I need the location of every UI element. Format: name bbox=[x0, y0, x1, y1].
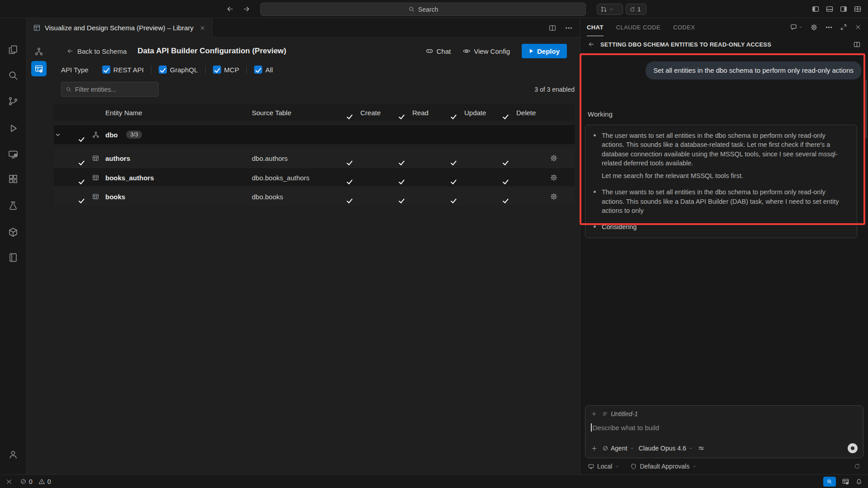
checkbox-graphql[interactable] bbox=[159, 66, 167, 74]
update-header: Update bbox=[464, 108, 486, 116]
more-actions-icon[interactable] bbox=[565, 24, 573, 32]
attach-icon[interactable] bbox=[591, 445, 598, 452]
layout-status-icon[interactable] bbox=[842, 478, 849, 485]
schema-group-row[interactable]: dbo 3/3 bbox=[54, 125, 575, 144]
enabled-summary: 3 of 3 enabled bbox=[534, 86, 575, 93]
remote-indicator-icon[interactable] bbox=[5, 478, 13, 485]
editor-tab-title: Visualize and Design Schema (Preview) – … bbox=[45, 24, 193, 32]
account-icon[interactable] bbox=[8, 449, 19, 460]
entity-name: authors bbox=[105, 155, 130, 162]
page-title: Data API Builder Configuration (Preview) bbox=[137, 47, 286, 56]
testing-icon[interactable] bbox=[8, 200, 19, 211]
pull-request-control[interactable] bbox=[597, 4, 623, 15]
row-settings-gear-icon[interactable] bbox=[550, 174, 558, 182]
table-row[interactable]: authors dbo.authors bbox=[54, 149, 575, 168]
checkbox-rest-api[interactable] bbox=[102, 66, 110, 74]
chat-close-icon[interactable] bbox=[854, 23, 862, 31]
chat-settings-gear-icon[interactable] bbox=[810, 23, 818, 31]
toggle-panel-icon[interactable] bbox=[826, 5, 834, 13]
divider bbox=[205, 66, 206, 74]
table-row[interactable]: books dbo.books bbox=[54, 187, 575, 206]
tab-claude-code[interactable]: CLAUDE CODE bbox=[616, 18, 660, 36]
copilot-icon bbox=[425, 47, 434, 55]
open-session-split-icon[interactable] bbox=[853, 41, 861, 48]
view-config-button[interactable]: View Config bbox=[462, 47, 510, 55]
target-picker[interactable]: Local bbox=[588, 463, 619, 470]
checkbox-all[interactable] bbox=[254, 66, 262, 74]
toggle-sidebar-right-icon[interactable] bbox=[840, 5, 848, 13]
checkbox-mcp[interactable] bbox=[213, 66, 221, 74]
chevron-down-icon[interactable] bbox=[54, 131, 62, 139]
chat-panel-header: CHAT CLAUDE CODE CODEX bbox=[580, 18, 868, 36]
editor-content: Back to Schema Data API Builder Configur… bbox=[27, 38, 580, 474]
command-center-search[interactable]: Search bbox=[260, 3, 586, 16]
session-refresh-icon[interactable] bbox=[854, 463, 861, 470]
chat-more-icon[interactable] bbox=[825, 23, 833, 31]
deploy-play-icon bbox=[529, 47, 534, 55]
refresh-icon bbox=[629, 6, 636, 13]
table-header-row: Entity Name Source Table Create Read Upd… bbox=[54, 104, 575, 121]
zoom-indicator[interactable] bbox=[823, 477, 836, 487]
chat-panel: CHAT CLAUDE CODE CODEX SETTING DBO SCHEM… bbox=[580, 18, 868, 474]
filter-entities-input[interactable] bbox=[75, 86, 147, 93]
remote-explorer-icon[interactable] bbox=[8, 149, 19, 160]
source-control-icon[interactable] bbox=[8, 96, 19, 107]
notebook-icon[interactable] bbox=[8, 252, 19, 263]
user-message-bubble: Set all entities in the dbo schema to pe… bbox=[646, 61, 861, 80]
customize-layout-icon[interactable] bbox=[854, 5, 862, 13]
explorer-icon[interactable] bbox=[8, 44, 19, 55]
add-context-icon[interactable] bbox=[591, 411, 597, 417]
send-button[interactable] bbox=[848, 443, 858, 453]
problems-indicator[interactable]: 0 0 bbox=[20, 478, 51, 485]
table-row[interactable]: books_authors dbo.books_authors bbox=[54, 168, 575, 187]
context-file-chip[interactable]: Untitled-1 bbox=[602, 410, 638, 418]
split-editor-icon[interactable] bbox=[548, 24, 557, 32]
chat-mode-icon[interactable] bbox=[790, 23, 803, 31]
api-type-all[interactable]: All bbox=[254, 66, 273, 74]
nav-back-icon[interactable] bbox=[226, 5, 234, 13]
chat-input-placeholder[interactable]: Describe what to build bbox=[593, 424, 660, 432]
tools-sliders-icon[interactable] bbox=[698, 445, 705, 452]
api-config-icon[interactable] bbox=[31, 61, 47, 76]
notifications-bell-icon[interactable] bbox=[855, 478, 863, 485]
row-settings-gear-icon[interactable] bbox=[550, 154, 558, 162]
delete-header: Delete bbox=[516, 108, 536, 116]
context-file-name: Untitled-1 bbox=[611, 410, 638, 418]
api-type-mcp[interactable]: MCP bbox=[213, 66, 239, 74]
editor-tab[interactable]: Visualize and Design Schema (Preview) – … bbox=[27, 18, 212, 38]
toggle-sidebar-left-icon[interactable] bbox=[811, 5, 820, 13]
row-settings-gear-icon[interactable] bbox=[550, 192, 558, 201]
chat-input-box[interactable]: Untitled-1 Describe what to build Agent … bbox=[585, 405, 863, 458]
extensions-icon[interactable] bbox=[8, 174, 19, 184]
package-icon[interactable] bbox=[8, 227, 19, 238]
title-bar: Search 1 bbox=[0, 0, 868, 18]
nav-forward-icon[interactable] bbox=[242, 5, 250, 13]
model-picker[interactable]: Claude Opus 4.6 bbox=[639, 445, 693, 452]
divider bbox=[246, 66, 247, 74]
divider bbox=[151, 66, 151, 74]
close-icon[interactable] bbox=[199, 25, 206, 31]
chat-button[interactable]: Chat bbox=[425, 47, 451, 55]
run-debug-icon[interactable] bbox=[8, 123, 19, 134]
agent-icon bbox=[602, 445, 609, 451]
sync-control[interactable]: 1 bbox=[626, 4, 646, 15]
table-icon bbox=[92, 155, 99, 162]
schema-designer-icon[interactable] bbox=[31, 44, 47, 59]
mode-picker[interactable]: Agent bbox=[602, 445, 634, 452]
read-header: Read bbox=[412, 108, 429, 116]
table-icon bbox=[92, 174, 99, 181]
deploy-button[interactable]: Deploy bbox=[522, 44, 567, 58]
tab-codex[interactable]: CODEX bbox=[673, 18, 695, 36]
chat-expand-icon[interactable] bbox=[840, 23, 847, 31]
api-type-rest[interactable]: REST API bbox=[102, 66, 144, 74]
approvals-label: Default Approvals bbox=[640, 463, 689, 470]
monitor-icon bbox=[588, 463, 594, 470]
back-to-schema-link[interactable]: Back to Schema bbox=[66, 47, 127, 55]
search-view-icon[interactable] bbox=[8, 70, 19, 81]
arrow-left-icon[interactable] bbox=[588, 41, 595, 48]
approvals-picker[interactable]: Default Approvals bbox=[630, 463, 697, 470]
text-caret bbox=[591, 423, 592, 432]
scrollbar-thumb[interactable] bbox=[865, 80, 867, 138]
api-type-graphql[interactable]: GraphQL bbox=[159, 66, 198, 74]
tab-chat[interactable]: CHAT bbox=[587, 18, 604, 36]
